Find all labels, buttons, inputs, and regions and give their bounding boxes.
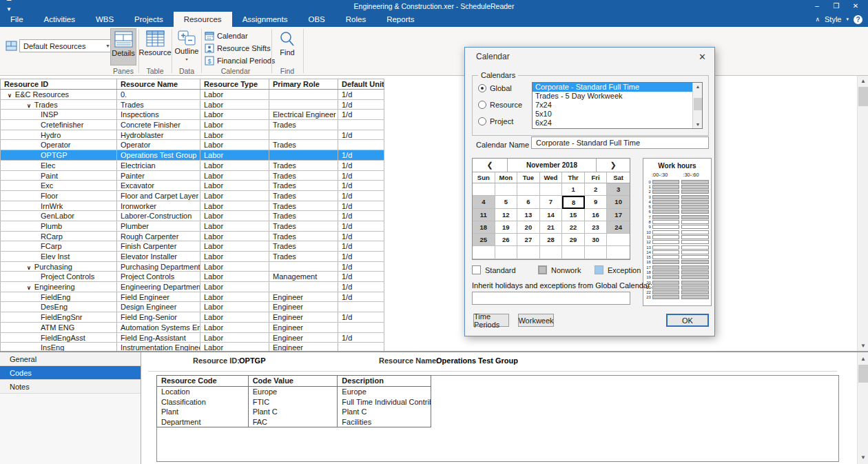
half-hour-cell[interactable] (652, 281, 680, 285)
calendar-list-item[interactable]: Trades - 5 Day Workweek (533, 92, 692, 101)
half-hour-cell[interactable] (652, 205, 680, 209)
half-hour-cell[interactable] (681, 200, 709, 204)
table-row[interactable]: ∨E&C Resources0.Labor1/d (0, 90, 384, 100)
table-row[interactable]: FCarpFinish CarpenterLaborTrades1/d (0, 241, 384, 252)
half-hour-cell[interactable] (652, 295, 680, 299)
resource-shifts-button[interactable]: Resource Shifts (205, 42, 271, 54)
half-hour-cell[interactable] (652, 180, 680, 184)
table-row[interactable]: ExcExcavatorLaborTrades1/d (0, 181, 384, 191)
half-hour-cell[interactable] (681, 265, 709, 270)
day-cell[interactable]: 28 (540, 234, 563, 246)
codes-table-row[interactable]: PlantPlant CPlant C (157, 407, 431, 417)
half-hour-cell[interactable] (681, 235, 709, 239)
day-cell[interactable]: 17 (607, 209, 630, 221)
day-cell[interactable]: 2 (585, 183, 608, 196)
workweek-button[interactable]: Workweek (518, 314, 554, 327)
table-row[interactable]: OperatorOperatorLaborTrades (0, 140, 384, 150)
table-row[interactable]: InsEngInstrumentation EngineerLaborEngin… (0, 343, 384, 351)
radio-resource[interactable]: Resource (478, 101, 522, 109)
layout-combobox[interactable]: Default Resources ▼ (19, 39, 114, 52)
calendar-list-item[interactable]: 8HRx7D (533, 128, 692, 129)
menu-tab-roles[interactable]: Roles (335, 12, 376, 27)
menu-tab-activities[interactable]: Activities (34, 12, 85, 27)
table-row[interactable]: OPTGPOperations Test GroupLabor1/d (0, 150, 384, 161)
day-cell[interactable]: 25 (473, 234, 495, 246)
calendar-list-item[interactable]: 7x24 (533, 101, 692, 110)
table-row[interactable]: PlumbPlumberLaborTrades1/d (0, 221, 384, 232)
day-cell[interactable]: 16 (585, 209, 608, 221)
half-hour-cell[interactable] (652, 245, 680, 250)
half-hour-cell[interactable] (652, 240, 680, 244)
half-hour-cell[interactable] (652, 270, 680, 274)
close-button[interactable]: ✕ (846, 0, 865, 12)
table-row[interactable]: CretefinisherConcrete FinisherLaborTrade… (0, 120, 384, 130)
codes-table-row[interactable]: LocationEuropeEurope (157, 387, 431, 397)
scroll-down-icon[interactable]: ▼ (858, 452, 868, 463)
day-cell[interactable]: 7 (540, 196, 563, 208)
time-periods-button[interactable]: Time Periods (473, 314, 509, 327)
collapse-icon[interactable]: ∨ (27, 103, 31, 109)
menu-tab-projects[interactable]: Projects (124, 12, 174, 27)
day-cell[interactable]: 5 (495, 196, 518, 208)
style-dropdown-icon[interactable]: ▾ (846, 17, 849, 22)
calendar-button[interactable]: Calendar (205, 30, 248, 41)
day-cell[interactable]: 14 (540, 209, 563, 221)
half-hour-cell[interactable] (681, 270, 709, 274)
day-cell[interactable]: 18 (473, 221, 495, 234)
table-row[interactable]: FloorFloor and Carpet LayerLaborTrades1/… (0, 191, 384, 201)
menu-tab-obs[interactable]: OBS (298, 12, 335, 27)
resource-table-button[interactable]: Resource (140, 28, 170, 65)
codes-table-row[interactable]: DepartmentFACFacilities (157, 417, 431, 427)
half-hour-cell[interactable] (652, 275, 680, 279)
half-hour-cell[interactable] (681, 180, 709, 184)
details-tab-general[interactable]: General (0, 352, 141, 366)
day-cell[interactable]: 12 (495, 209, 518, 221)
radio-project[interactable]: Project (478, 117, 513, 125)
radio-button-icon[interactable] (478, 101, 486, 109)
day-cell[interactable]: 10 (607, 196, 630, 208)
radio-button-icon[interactable] (478, 84, 486, 92)
prev-month-button[interactable]: ❮ (473, 159, 507, 172)
day-cell[interactable]: 20 (517, 221, 540, 234)
half-hour-cell[interactable] (681, 210, 709, 214)
half-hour-cell[interactable] (681, 245, 709, 250)
half-hour-cell[interactable] (652, 290, 680, 294)
half-hour-cell[interactable] (681, 220, 709, 224)
scroll-up-icon[interactable]: ▲ (858, 76, 868, 86)
scroll-up-icon[interactable]: ▲ (693, 83, 703, 90)
scrollbar-thumb[interactable] (858, 365, 868, 383)
half-hour-cell[interactable] (652, 200, 680, 204)
half-hour-cell[interactable] (681, 190, 709, 194)
half-hour-cell[interactable] (652, 210, 680, 214)
table-row[interactable]: INSPInspectionsLaborElectrical Engineer1… (0, 110, 384, 120)
day-cell[interactable]: 19 (495, 221, 518, 234)
inherit-field[interactable] (472, 292, 630, 305)
half-hour-cell[interactable] (652, 260, 680, 264)
day-cell[interactable]: 22 (562, 221, 585, 234)
half-hour-cell[interactable] (652, 195, 680, 199)
scrollbar-thumb[interactable] (694, 98, 702, 110)
details-vertical-scrollbar[interactable]: ▲ ▼ (857, 352, 868, 464)
scroll-down-icon[interactable]: ▼ (693, 121, 703, 128)
table-row[interactable]: DesEngDesign EngineerLaborEngineer (0, 302, 384, 312)
collapse-ribbon-icon[interactable]: ∧ (815, 16, 820, 23)
table-row[interactable]: RCarpRough CarpenterLaborTrades1/d (0, 232, 384, 242)
half-hour-cell[interactable] (681, 195, 709, 199)
day-cell[interactable]: 23 (585, 221, 608, 234)
half-hour-cell[interactable] (681, 260, 709, 264)
calendar-name-field[interactable]: Corporate - Standard Full Time (531, 137, 709, 149)
table-row[interactable]: FieldEngField EngineerLaborEngineer1/d (0, 292, 384, 303)
collapse-icon[interactable]: ∨ (27, 265, 31, 271)
table-row[interactable]: FieldEngAsstField Eng-AssistantLaborEngi… (0, 333, 384, 343)
half-hour-cell[interactable] (652, 255, 680, 259)
menu-tab-wbs[interactable]: WBS (85, 12, 124, 27)
day-cell[interactable]: 1 (562, 183, 585, 196)
day-cell[interactable]: 29 (562, 234, 585, 246)
half-hour-cell[interactable] (681, 285, 709, 290)
scroll-down-icon[interactable]: ▼ (858, 341, 868, 351)
dialog-title-bar[interactable]: Calendar ✕ (465, 48, 714, 65)
details-tab-codes[interactable]: Codes (0, 366, 141, 380)
table-row[interactable]: Elev InstElevator InstallerLaborTrades1/… (0, 252, 384, 262)
scroll-up-icon[interactable]: ▲ (858, 354, 868, 364)
half-hour-cell[interactable] (681, 215, 709, 219)
